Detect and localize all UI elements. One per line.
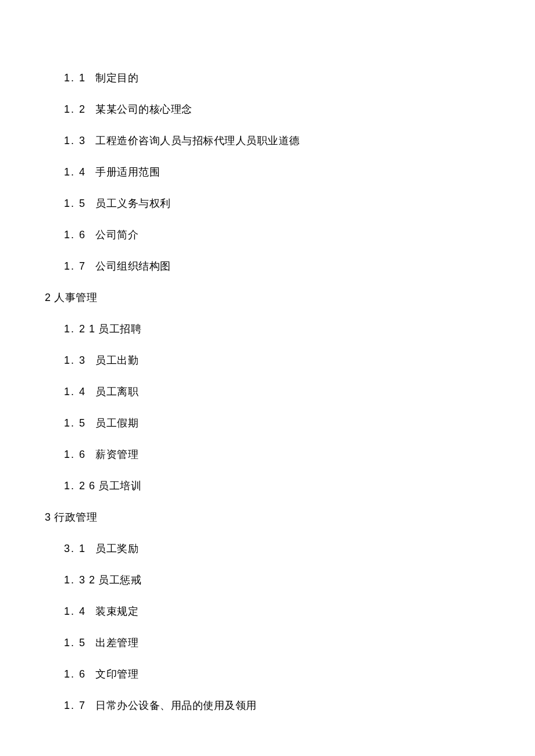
- toc-item-label: 公司简介: [95, 229, 138, 241]
- toc-item-label: 员工培训: [98, 480, 141, 492]
- toc-item: 3. 1员工奖励: [64, 543, 535, 554]
- toc-item-label: 手册适用范围: [95, 166, 160, 178]
- toc-item: 1. 4装束规定: [64, 606, 535, 617]
- toc-item-label: 公司组织结构图: [95, 260, 171, 272]
- toc-item-number: 1. 4: [64, 386, 86, 397]
- toc-content: 1. 1制定目的1. 2某某公司的核心理念1. 3工程造价咨询人员与招标代理人员…: [0, 0, 535, 711]
- toc-item-number: 3. 1: [64, 543, 86, 554]
- toc-item-label: 装束规定: [95, 605, 138, 617]
- toc-section-label: 人事管理: [54, 292, 97, 303]
- toc-item: 1. 7公司组织结构图: [64, 261, 535, 271]
- toc-item-label: 员工招聘: [98, 323, 141, 335]
- toc-item: 1. 6薪资管理: [64, 449, 535, 460]
- toc-section-header: 3 行政管理: [45, 512, 535, 522]
- toc-item-number: 1. 2: [64, 323, 86, 335]
- toc-item-number: 1. 6: [64, 229, 86, 241]
- toc-item-label: 员工义务与权利: [95, 198, 171, 209]
- toc-item-number: 1. 5: [64, 198, 86, 209]
- toc-item: 1. 5员工义务与权利: [64, 198, 535, 209]
- toc-item-label: 员工惩戒: [98, 574, 141, 586]
- toc-item-label: 制定目的: [95, 72, 138, 84]
- toc-item: 1. 6文印管理: [64, 669, 535, 679]
- toc-item-extra-number: 2: [89, 574, 98, 586]
- toc-item-number: 1. 3: [64, 574, 86, 586]
- toc-item-label: 出差管理: [95, 637, 138, 648]
- toc-item-extra-number: 6: [89, 480, 98, 492]
- toc-item-number: 1. 1: [64, 72, 86, 84]
- toc-item: 1. 1制定目的: [64, 73, 535, 83]
- toc-item-label: 文印管理: [95, 668, 138, 680]
- toc-item-number: 1. 2: [64, 480, 86, 492]
- toc-item: 1. 5员工假期: [64, 418, 535, 428]
- toc-item-number: 1. 4: [64, 605, 86, 617]
- toc-section-label: 行政管理: [54, 511, 97, 523]
- toc-item-label: 员工假期: [95, 417, 138, 429]
- toc-item: 1. 2 6 员工培训: [64, 481, 535, 491]
- toc-item-number: 1. 7: [64, 700, 86, 711]
- toc-section-number: 3: [45, 511, 54, 523]
- toc-item: 1. 2 1 员工招聘: [64, 324, 535, 334]
- toc-item-number: 1. 4: [64, 166, 86, 178]
- toc-item-number: 1. 5: [64, 637, 86, 648]
- toc-item-label: 工程造价咨询人员与招标代理人员职业道德: [95, 135, 300, 146]
- toc-item-number: 1. 3: [64, 135, 86, 146]
- toc-item-label: 员工奖励: [95, 543, 138, 554]
- toc-section-header: 2 人事管理: [45, 292, 535, 303]
- toc-item: 1. 2某某公司的核心理念: [64, 104, 535, 114]
- toc-item: 1. 3员工出勤: [64, 355, 535, 366]
- toc-section-number: 2: [45, 292, 54, 303]
- toc-item-number: 1. 7: [64, 260, 86, 272]
- toc-item-label: 员工出勤: [95, 354, 138, 366]
- toc-item: 1. 5出差管理: [64, 637, 535, 648]
- toc-item: 1. 3工程造价咨询人员与招标代理人员职业道德: [64, 135, 535, 146]
- toc-item: 1. 4手册适用范围: [64, 167, 535, 177]
- toc-item: 1. 7日常办公设备、用品的使用及领用: [64, 700, 535, 711]
- toc-item-number: 1. 3: [64, 354, 86, 366]
- toc-item-label: 薪资管理: [95, 449, 138, 460]
- toc-item-number: 1. 5: [64, 417, 86, 429]
- toc-item: 1. 6公司简介: [64, 230, 535, 240]
- toc-item-number: 1. 6: [64, 668, 86, 680]
- toc-item: 1. 3 2 员工惩戒: [64, 575, 535, 585]
- toc-item-label: 某某公司的核心理念: [95, 103, 192, 115]
- toc-item-label: 日常办公设备、用品的使用及领用: [95, 700, 257, 711]
- toc-item-label: 员工离职: [95, 386, 138, 397]
- toc-item-number: 1. 6: [64, 449, 86, 460]
- toc-item-number: 1. 2: [64, 103, 86, 115]
- toc-item: 1. 4员工离职: [64, 386, 535, 397]
- toc-item-extra-number: 1: [89, 323, 98, 335]
